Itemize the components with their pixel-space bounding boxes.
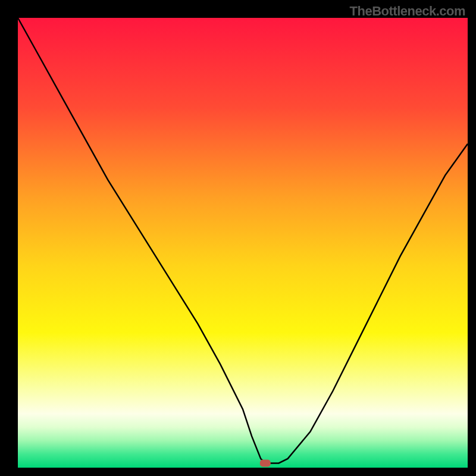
optimal-marker [260,459,271,466]
chart-container: TheBottleneck.com [0,0,476,476]
plot-background [18,18,468,468]
attribution-label: TheBottleneck.com [350,4,465,19]
bottleneck-chart [0,0,476,476]
